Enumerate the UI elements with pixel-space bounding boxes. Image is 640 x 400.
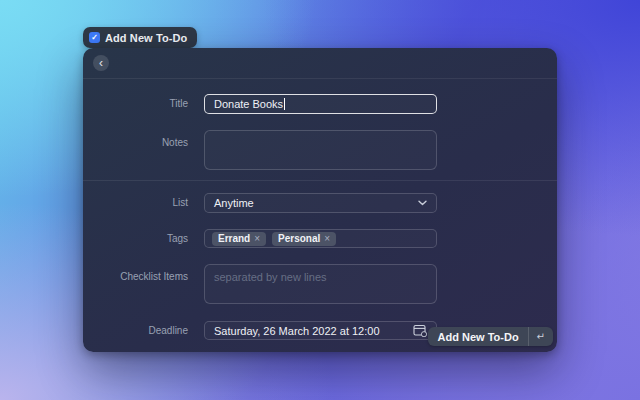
list-label: List [83, 193, 188, 213]
title-value: Donate Books [214, 98, 283, 110]
notes-input[interactable] [204, 130, 437, 170]
chevron-left-icon: ‹ [99, 57, 103, 69]
tag-chip-label: Errand [218, 234, 250, 244]
list-selected-value: Anytime [214, 197, 254, 209]
tag-chip-personal[interactable]: Personal × [272, 232, 336, 246]
text-caret [284, 98, 285, 110]
calendar-icon[interactable] [413, 324, 427, 337]
deadline-value: Saturday, 26 March 2022 at 12:00 [214, 325, 380, 337]
title-input[interactable]: Donate Books [204, 94, 437, 114]
checklist-row: Checklist Items separated by new lines [83, 264, 557, 304]
back-button[interactable]: ‹ [93, 55, 109, 71]
checklist-placeholder: separated by new lines [214, 271, 327, 283]
chevron-down-icon [418, 200, 427, 206]
tag-chip-label: Personal [278, 234, 320, 244]
return-key-icon: ↵ [529, 332, 553, 342]
window-header: ‹ [83, 48, 557, 78]
launcher-badge-label: Add New To-Do [105, 32, 187, 44]
notes-label: Notes [83, 130, 188, 170]
tags-input[interactable]: Errand × Personal × [204, 229, 437, 248]
list-row: List Anytime [83, 193, 557, 213]
tags-row: Tags Errand × Personal × [83, 229, 557, 248]
add-new-todo-button[interactable]: Add New To-Do ↵ [428, 327, 553, 346]
title-row: Title Donate Books [83, 94, 557, 114]
launcher-badge[interactable]: ✓ Add New To-Do [83, 27, 197, 48]
checklist-input[interactable]: separated by new lines [204, 264, 437, 304]
list-dropdown[interactable]: Anytime [204, 193, 437, 213]
tags-label: Tags [83, 229, 188, 248]
add-new-todo-window: ‹ Title Donate Books Notes List Anytime … [83, 48, 557, 352]
title-label: Title [83, 94, 188, 114]
add-new-todo-button-label: Add New To-Do [438, 331, 519, 343]
tag-chip-errand[interactable]: Errand × [212, 232, 266, 246]
deadline-label: Deadline [83, 321, 188, 340]
deadline-picker[interactable]: Saturday, 26 March 2022 at 12:00 [204, 321, 437, 340]
section-divider [83, 180, 557, 181]
notes-row: Notes [83, 130, 557, 170]
things-app-icon: ✓ [89, 32, 100, 43]
remove-tag-icon[interactable]: × [254, 234, 260, 244]
checklist-label: Checklist Items [83, 264, 188, 304]
header-divider [83, 78, 557, 79]
remove-tag-icon[interactable]: × [324, 234, 330, 244]
